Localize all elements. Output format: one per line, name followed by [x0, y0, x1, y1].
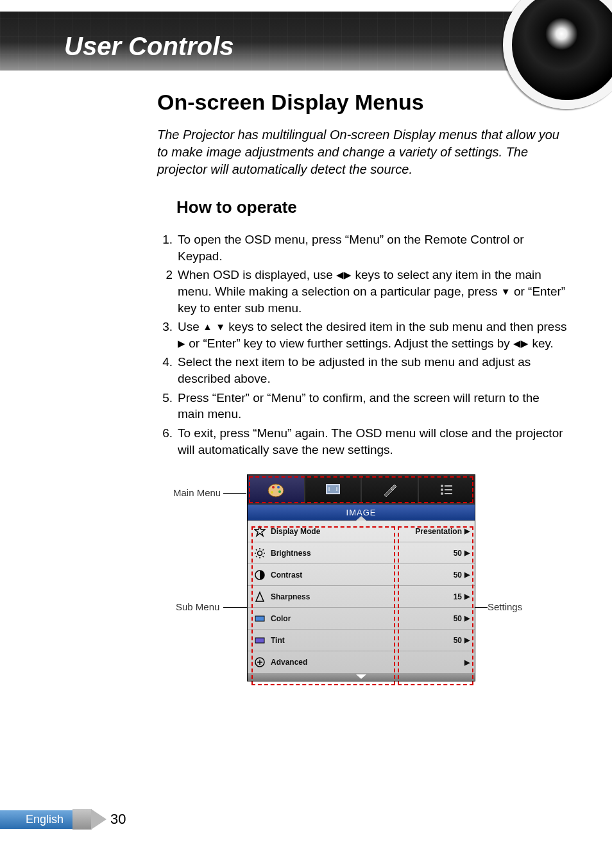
- chevron-right-icon: ▶: [464, 592, 470, 601]
- arrow-up-icon: ▲: [203, 322, 212, 331]
- menu-row-tint[interactable]: Tint 50 ▶: [248, 630, 475, 651]
- palette-icon: [266, 480, 286, 500]
- svg-rect-7: [445, 485, 452, 487]
- contrast-icon: [253, 569, 267, 581]
- arrow-down-icon: ▼: [501, 287, 511, 296]
- menu-row-display-mode[interactable]: Display Mode Presentation ▶: [248, 521, 475, 542]
- star-icon: [253, 526, 267, 537]
- step-number: 5.: [157, 390, 178, 422]
- osd-footer: [248, 673, 475, 681]
- content-column: On-screen Display Menus The Projector ha…: [157, 90, 568, 460]
- step-text: Use ▲ ▼ keys to select the desired item …: [178, 319, 568, 351]
- menu-row-value: 50: [454, 549, 462, 558]
- svg-point-1: [272, 486, 275, 488]
- tab-options[interactable]: [418, 475, 475, 504]
- color-icon: [253, 613, 267, 624]
- tint-icon: [253, 635, 267, 646]
- chevron-right-icon: ▶: [464, 527, 470, 535]
- main-menu-callout: Main Menu: [173, 487, 221, 498]
- arrow-right-icon: ▶: [178, 338, 185, 348]
- step-number: 4.: [157, 354, 178, 387]
- chevron-right-icon: ▶: [464, 636, 470, 644]
- chevron-right-icon: ▶: [464, 549, 470, 557]
- menu-row-sharpness[interactable]: Sharpness 15 ▶: [248, 586, 475, 608]
- arrow-left-icon: ◀: [513, 338, 521, 348]
- step-number: 3.: [157, 319, 178, 351]
- menu-row-value: 50: [454, 571, 462, 580]
- footer-arrow-decor: [91, 809, 106, 830]
- sun-icon: [253, 547, 267, 559]
- step-text: Press “Enter” or “Menu” to confirm, and …: [178, 390, 568, 422]
- tab-image[interactable]: [248, 475, 305, 504]
- footer-language: English: [0, 810, 72, 829]
- menu-row-value: Presentation: [415, 527, 462, 536]
- svg-line-19: [256, 556, 257, 557]
- svg-rect-23: [255, 638, 264, 643]
- menu-row-label: Display Mode: [271, 527, 415, 536]
- instruction-list: 1. To open the OSD menu, press “Menu” on…: [157, 231, 568, 458]
- step-text: To exit, press “Menu” again. The OSD men…: [178, 425, 568, 458]
- footer-page-number: 30: [110, 811, 126, 828]
- step-text: Select the next item to be adjusted in t…: [178, 354, 568, 387]
- sharpness-icon: [253, 591, 267, 603]
- instruction-step: 6. To exit, press “Menu” again. The OSD …: [157, 425, 568, 458]
- step-number: 2: [157, 267, 178, 316]
- step-text: When OSD is displayed, use ◀▶ keys to se…: [178, 267, 568, 316]
- screen-icon: [323, 480, 343, 500]
- svg-line-18: [263, 556, 264, 557]
- instruction-step: 3. Use ▲ ▼ keys to select the desired it…: [157, 319, 568, 351]
- menu-row-label: Sharpness: [271, 592, 454, 601]
- menu-row-contrast[interactable]: Contrast 50 ▶: [248, 564, 475, 586]
- arrow-right-icon: ▶: [344, 270, 352, 280]
- menu-row-advanced[interactable]: Advanced ▶: [248, 651, 475, 673]
- svg-rect-5: [327, 485, 339, 494]
- plus-circle-icon: [253, 656, 267, 668]
- svg-point-3: [278, 490, 281, 493]
- page-header-title: User Controls: [64, 32, 234, 61]
- osd-panel: IMAGE Display Mode Presentation ▶ Bright…: [247, 474, 475, 681]
- section-heading: On-screen Display Menus: [157, 90, 568, 115]
- menu-row-label: Tint: [271, 636, 454, 645]
- settings-callout: Settings: [488, 601, 522, 612]
- step-text: To open the OSD menu, press “Menu” on th…: [178, 231, 568, 264]
- step-number: 1.: [157, 231, 178, 264]
- svg-point-6: [441, 485, 443, 487]
- sliders-icon: [436, 480, 457, 500]
- svg-point-4: [271, 491, 273, 494]
- svg-point-2: [277, 486, 280, 488]
- menu-row-value: 50: [454, 614, 462, 623]
- menu-row-label: Advanced: [271, 658, 462, 667]
- svg-rect-9: [445, 489, 452, 490]
- arrow-down-icon: ▼: [216, 322, 225, 331]
- svg-point-8: [441, 488, 443, 491]
- tools-icon: [379, 480, 400, 500]
- menu-row-value: 15: [454, 592, 462, 601]
- tab-setup[interactable]: [361, 475, 418, 504]
- svg-point-10: [441, 492, 443, 495]
- menu-row-value: 50: [454, 636, 462, 645]
- osd-title: IMAGE: [248, 505, 475, 521]
- sub-menu-callout: Sub Menu: [176, 601, 219, 612]
- menu-row-label: Brightness: [271, 549, 454, 558]
- tab-display[interactable]: [305, 475, 362, 504]
- svg-rect-11: [445, 493, 452, 494]
- menu-row-color[interactable]: Color 50 ▶: [248, 608, 475, 630]
- menu-row-brightness[interactable]: Brightness 50 ▶: [248, 542, 475, 564]
- instruction-step: 5. Press “Enter” or “Menu” to confirm, a…: [157, 390, 568, 422]
- svg-point-12: [258, 551, 262, 555]
- osd-sub-menu: Display Mode Presentation ▶ Brightness 5…: [248, 521, 475, 673]
- section-intro: The Projector has multilingual On-screen…: [157, 126, 568, 178]
- svg-line-17: [256, 549, 257, 551]
- svg-line-20: [263, 549, 264, 551]
- svg-point-0: [268, 484, 284, 497]
- subsection-heading: How to operate: [176, 197, 568, 217]
- menu-row-label: Color: [271, 614, 454, 623]
- chevron-right-icon: ▶: [464, 658, 470, 667]
- page-header: User Controls: [0, 0, 612, 71]
- page-footer: English 30: [0, 809, 126, 830]
- osd-main-menu-tabs: [248, 475, 475, 505]
- svg-rect-22: [255, 616, 264, 621]
- instruction-step: 4. Select the next item to be adjusted i…: [157, 354, 568, 387]
- chevron-right-icon: ▶: [464, 614, 470, 622]
- arrow-left-icon: ◀: [336, 270, 344, 280]
